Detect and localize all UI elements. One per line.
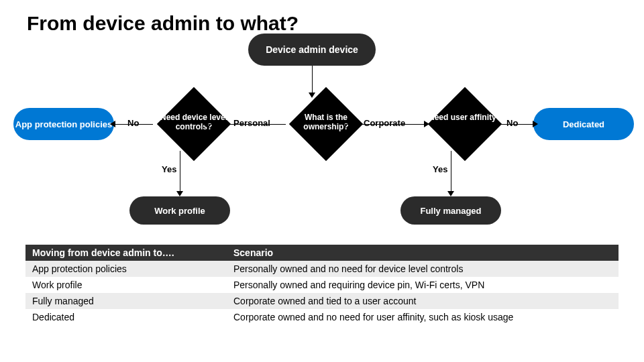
edge-affinity-to-fully-managed bbox=[451, 151, 451, 191]
edge-label-corporate: Corporate bbox=[364, 118, 405, 128]
table-cell: Corporate owned and tied to a user accou… bbox=[227, 293, 619, 309]
table-cell: App protection policies bbox=[25, 261, 227, 277]
edge-affinity-to-dedicated bbox=[478, 124, 533, 125]
edge-source-to-ownership bbox=[312, 66, 313, 93]
scenario-table: Moving from device admin to…. Scenario A… bbox=[25, 245, 619, 325]
table-cell: Personally owned and no need for device … bbox=[227, 261, 619, 277]
arrow-head bbox=[424, 121, 429, 127]
node-label: Device admin device bbox=[266, 44, 358, 55]
slide: From device admin to what? Device admin … bbox=[0, 0, 644, 362]
outcome-app-protection: App protection policies bbox=[13, 108, 114, 140]
arrow-head bbox=[176, 191, 183, 196]
table-header-cell: Moving from device admin to…. bbox=[25, 245, 227, 261]
arrow-head bbox=[533, 121, 538, 127]
table-header-row: Moving from device admin to…. Scenario bbox=[25, 245, 619, 261]
decision-label: Need user affinity? bbox=[425, 113, 505, 122]
table-row: Fully managed Corporate owned and tied t… bbox=[25, 293, 619, 309]
table-cell: Dedicated bbox=[25, 309, 227, 325]
decision-label: Need device level controls? bbox=[154, 113, 234, 131]
outcome-label: Work profile bbox=[154, 206, 205, 216]
outcome-label: Dedicated bbox=[563, 119, 604, 129]
node-device-admin: Device admin device bbox=[248, 34, 376, 66]
edge-label-controls-yes: Yes bbox=[162, 164, 176, 174]
table-row: Work profile Personally owned and requir… bbox=[25, 277, 619, 293]
table-row: Dedicated Corporate owned and no need fo… bbox=[25, 309, 619, 325]
edge-label-controls-no: No bbox=[127, 118, 139, 128]
edge-label-personal: Personal bbox=[233, 118, 270, 128]
decision-label: What is the ownership? bbox=[286, 113, 366, 131]
table-cell: Corporate owned and no need for user aff… bbox=[227, 309, 619, 325]
outcome-work-profile: Work profile bbox=[129, 196, 230, 225]
arrow-head bbox=[309, 93, 315, 98]
table-row: App protection policies Personally owned… bbox=[25, 261, 619, 277]
table-header-cell: Scenario bbox=[227, 245, 619, 261]
arrow-head bbox=[447, 191, 454, 196]
arrow-head bbox=[110, 121, 115, 127]
edge-label-affinity-no: No bbox=[506, 118, 518, 128]
flowchart: Device admin device Need device level co… bbox=[0, 20, 644, 241]
outcome-dedicated: Dedicated bbox=[533, 108, 634, 140]
outcome-fully-managed: Fully managed bbox=[400, 196, 501, 225]
table-cell: Work profile bbox=[25, 277, 227, 293]
arrow-head bbox=[203, 121, 208, 127]
outcome-label: App protection policies bbox=[15, 119, 112, 129]
table-cell: Fully managed bbox=[25, 293, 227, 309]
edge-controls-to-work-profile bbox=[180, 151, 180, 191]
outcome-label: Fully managed bbox=[420, 206, 481, 216]
edge-label-affinity-yes: Yes bbox=[433, 164, 447, 174]
table-cell: Personally owned and requiring device pi… bbox=[227, 277, 619, 293]
